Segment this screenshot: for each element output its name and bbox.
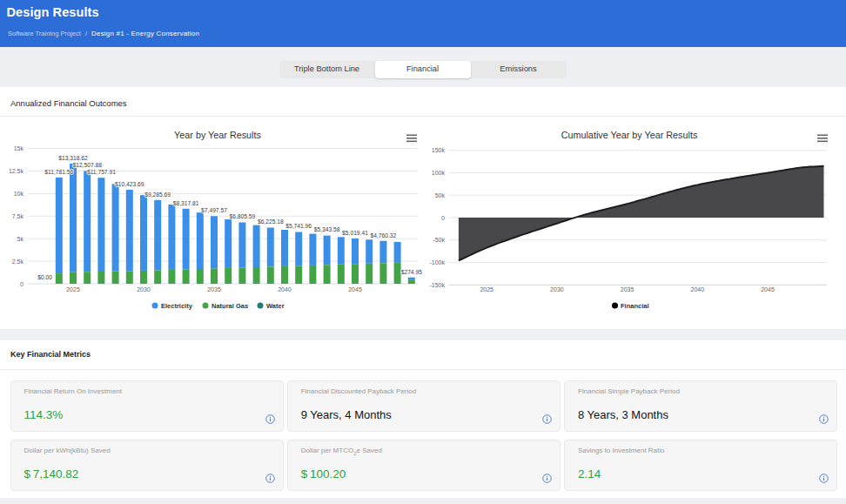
svg-text:2025: 2025: [480, 286, 494, 292]
svg-text:5k: 5k: [17, 236, 24, 242]
svg-text:Year by Year Results: Year by Year Results: [174, 130, 261, 140]
svg-text:Financial: Financial: [621, 302, 649, 310]
svg-text:$5,741.96: $5,741.96: [285, 223, 312, 229]
svg-text:15k: 15k: [14, 145, 24, 151]
svg-text:7.5k: 7.5k: [12, 213, 24, 219]
svg-text:$0.00: $0.00: [37, 274, 52, 280]
svg-text:$9,285.69: $9,285.69: [144, 192, 171, 198]
svg-text:100k: 100k: [432, 170, 446, 176]
svg-text:2030: 2030: [550, 286, 564, 292]
svg-text:$5,343.58: $5,343.58: [314, 226, 340, 232]
svg-text:0: 0: [20, 281, 24, 287]
svg-text:2040: 2040: [278, 286, 292, 292]
svg-text:$5,019.41: $5,019.41: [342, 230, 368, 236]
svg-text:Water: Water: [266, 302, 285, 310]
svg-text:$6,225.18: $6,225.18: [258, 218, 284, 225]
svg-text:2025: 2025: [66, 286, 80, 292]
svg-text:2.5k: 2.5k: [12, 259, 24, 265]
svg-text:12.5k: 12.5k: [9, 168, 24, 174]
svg-text:$11,757.91: $11,757.91: [87, 169, 116, 175]
svg-text:2045: 2045: [761, 286, 775, 292]
svg-text:-100k: -100k: [429, 259, 445, 265]
svg-text:$7,497.57: $7,497.57: [201, 207, 227, 213]
svg-text:150k: 150k: [432, 147, 446, 153]
svg-text:-150k: -150k: [429, 282, 445, 288]
svg-text:2035: 2035: [621, 286, 634, 292]
svg-text:$6,805.59: $6,805.59: [230, 213, 256, 219]
svg-text:$8,317.81: $8,317.81: [173, 200, 199, 206]
svg-text:10k: 10k: [14, 191, 24, 197]
svg-text:2035: 2035: [207, 286, 221, 292]
svg-text:$10,423.69: $10,423.69: [115, 181, 144, 187]
svg-text:0: 0: [441, 215, 445, 221]
svg-text:$13,318.62: $13,318.62: [58, 155, 88, 161]
svg-text:Cumulative Year by Year Result: Cumulative Year by Year Results: [561, 130, 698, 140]
svg-text:2045: 2045: [348, 286, 362, 292]
svg-text:$11,781.56: $11,781.56: [44, 169, 73, 175]
svg-text:2030: 2030: [137, 286, 151, 292]
svg-text:2040: 2040: [691, 286, 705, 292]
svg-text:Electricity: Electricity: [161, 302, 193, 310]
svg-text:Natural Gas: Natural Gas: [212, 302, 248, 310]
svg-text:50k: 50k: [435, 192, 446, 198]
svg-text:$12,507.88: $12,507.88: [72, 162, 102, 168]
svg-text:-50k: -50k: [433, 237, 445, 243]
svg-text:$274.95: $274.95: [401, 269, 422, 275]
svg-text:$4,760.32: $4,760.32: [371, 232, 397, 239]
